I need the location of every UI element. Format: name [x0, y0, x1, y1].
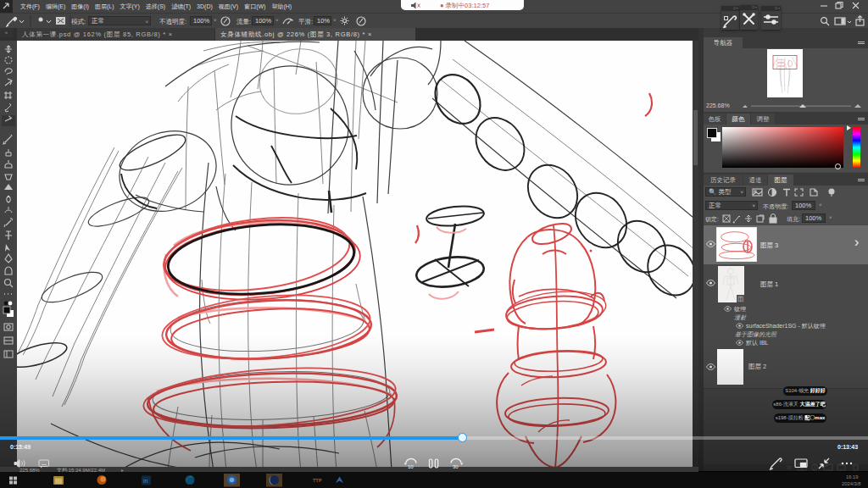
svg-text:30: 30 [453, 464, 459, 469]
svg-text:2024/3/8: 2024/3/8 [842, 481, 861, 486]
svg-text:in: in [143, 478, 148, 484]
svg-text:16:19: 16:19 [846, 474, 859, 480]
svg-text:TTP: TTP [313, 478, 322, 483]
svg-text:10: 10 [408, 464, 414, 469]
